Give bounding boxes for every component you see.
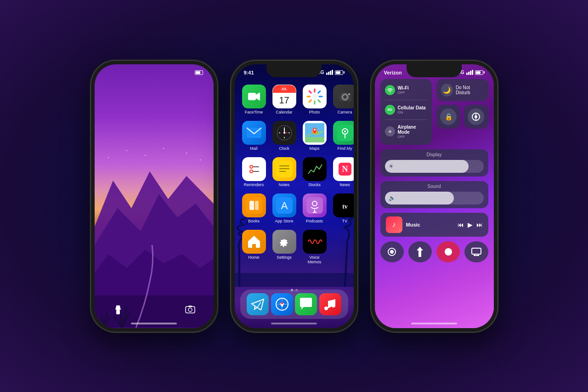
dock bbox=[240, 290, 348, 319]
cc-volume-slider[interactable]: 🔈 bbox=[385, 192, 484, 205]
findmy-label: Find My bbox=[337, 146, 352, 151]
flashlight-icon[interactable] bbox=[111, 302, 125, 317]
app-notes[interactable]: Notes bbox=[272, 157, 296, 187]
app-news[interactable]: N News bbox=[333, 157, 354, 187]
ccbar2 bbox=[468, 72, 469, 75]
app-clock[interactable]: Clock bbox=[272, 121, 296, 151]
cc-airplane-status: OFF bbox=[398, 135, 428, 139]
cc-wifi-row[interactable]: Wi-Fi OFF bbox=[385, 84, 428, 97]
stocks-label: Stocks bbox=[308, 182, 321, 187]
home-indicator bbox=[131, 323, 177, 324]
appstore-icon: A bbox=[272, 193, 296, 217]
svg-rect-68 bbox=[306, 233, 323, 250]
cc-cellular-row[interactable]: 5G Cellular Data ON bbox=[385, 103, 428, 116]
svg-rect-57 bbox=[255, 201, 259, 210]
phones-container: Verizon 5G bbox=[0, 0, 588, 392]
camera-svg bbox=[185, 305, 195, 313]
app-mail[interactable]: Mail bbox=[242, 121, 266, 151]
app-settings[interactable]: Settings bbox=[272, 230, 296, 264]
calendar-icon: JUL 17 bbox=[272, 85, 296, 108]
calendar-label: Calendar bbox=[276, 110, 293, 114]
camera-shortcut-icon[interactable] bbox=[183, 302, 198, 317]
cc-play-icon[interactable]: ▶ bbox=[468, 221, 473, 228]
home-time: 9:41 bbox=[244, 70, 254, 75]
cc-airplane-row[interactable]: ✈ Airplane Mode OFF bbox=[385, 123, 428, 140]
app-home[interactable]: Home bbox=[242, 230, 266, 264]
cc-mirror-toggle[interactable] bbox=[464, 105, 488, 129]
mail-label: Mail bbox=[250, 146, 258, 151]
clock-label: Clock bbox=[279, 146, 289, 151]
ccbar4 bbox=[472, 70, 473, 75]
app-camera[interactable]: Camera bbox=[333, 85, 354, 114]
app-podcasts[interactable]: Podcasts bbox=[303, 193, 327, 223]
cc-music-player: ♪ Music ⏮ ▶ ⏭ bbox=[380, 213, 488, 237]
app-photos[interactable]: Photo bbox=[303, 85, 327, 114]
dock-telegram[interactable] bbox=[247, 293, 269, 315]
news-icon: N bbox=[333, 157, 354, 181]
home-battery-fill bbox=[336, 71, 341, 74]
cc-screen-record-btn[interactable] bbox=[380, 241, 404, 262]
app-appstore[interactable]: A App Store bbox=[272, 193, 296, 223]
app-calendar[interactable]: JUL 17 Calendar bbox=[272, 85, 296, 114]
cc-next-icon[interactable]: ⏭ bbox=[476, 221, 483, 228]
cc-record-btn[interactable] bbox=[436, 241, 460, 262]
cc-music-controls: ⏮ ▶ ⏭ bbox=[458, 221, 483, 228]
dock-music[interactable] bbox=[319, 293, 341, 315]
voicememo-label: Voice Memos bbox=[303, 255, 327, 264]
dock-messages[interactable] bbox=[295, 293, 317, 315]
calendar-day: 17 bbox=[279, 95, 289, 106]
svg-rect-15 bbox=[188, 306, 192, 307]
findmy-svg bbox=[337, 125, 353, 141]
cc-prev-icon[interactable]: ⏮ bbox=[458, 221, 464, 228]
app-tv[interactable]: tv TV bbox=[333, 193, 354, 223]
cc-sound-title: Sound bbox=[385, 184, 484, 189]
cc-dnd-toggle[interactable]: 🌙 Do Not Disturb bbox=[436, 79, 488, 101]
cc-wifi-icon bbox=[385, 85, 395, 95]
lockscreen-bottom-icons bbox=[95, 302, 214, 317]
svg-rect-48 bbox=[279, 165, 289, 166]
svg-rect-36 bbox=[305, 137, 324, 142]
facetime-label: FaceTime bbox=[245, 110, 263, 114]
cc-wifi-status: OFF bbox=[398, 91, 428, 95]
home-svg bbox=[247, 235, 261, 249]
wifi-svg bbox=[387, 88, 393, 92]
facetime-svg bbox=[248, 91, 260, 102]
battery-fill bbox=[196, 71, 201, 74]
app-maps[interactable]: Maps bbox=[303, 121, 327, 151]
reminders-icon bbox=[242, 157, 266, 181]
cc-torch-btn[interactable] bbox=[408, 241, 432, 262]
cc-mirror-icon bbox=[468, 108, 484, 125]
app-grid: FaceTime JUL 17 Calendar bbox=[235, 77, 354, 268]
home-notch bbox=[266, 64, 322, 77]
camera-icon bbox=[333, 85, 354, 108]
cc-sound-section: Sound 🔈 bbox=[380, 181, 488, 208]
ccbar1 bbox=[466, 73, 468, 75]
svg-point-77 bbox=[475, 115, 477, 118]
calendar-month: JUL bbox=[281, 87, 287, 91]
cc-small-toggles: 🔒 bbox=[436, 105, 488, 129]
dock-safari[interactable] bbox=[271, 293, 293, 315]
cc-right-column: 🌙 Do Not Disturb 🔒 bbox=[436, 79, 488, 145]
controlcenter-screen: Verizon 5G bbox=[375, 64, 494, 328]
facetime-icon bbox=[242, 85, 266, 108]
cc-cellular-icon: 5G bbox=[385, 105, 395, 115]
cc-cellular-status: ON bbox=[398, 110, 428, 114]
books-svg bbox=[246, 197, 262, 214]
screen-mirror-svg bbox=[471, 248, 481, 256]
battery-body bbox=[195, 70, 203, 75]
telegram-dock-svg bbox=[251, 298, 265, 310]
app-voicememo[interactable]: Voice Memos bbox=[303, 230, 327, 264]
app-facetime[interactable]: FaceTime bbox=[242, 85, 266, 114]
cc-screen-mirror-btn[interactable] bbox=[464, 241, 488, 262]
app-stocks[interactable]: Stocks bbox=[303, 157, 327, 187]
calendar-day-container: 17 bbox=[279, 93, 289, 108]
stocks-icon bbox=[303, 157, 327, 181]
app-findmy[interactable]: Find My bbox=[333, 121, 354, 151]
cc-music-icon: ♪ bbox=[386, 216, 402, 233]
cc-rotation-toggle[interactable]: 🔒 bbox=[436, 105, 460, 129]
cc-brightness-slider[interactable]: ☀ bbox=[385, 160, 484, 173]
cc-volume-icon: 🔈 bbox=[389, 195, 396, 201]
svg-point-8 bbox=[186, 153, 187, 153]
app-reminders[interactable]: Reminders bbox=[242, 157, 266, 187]
app-books[interactable]: Books bbox=[242, 193, 266, 223]
